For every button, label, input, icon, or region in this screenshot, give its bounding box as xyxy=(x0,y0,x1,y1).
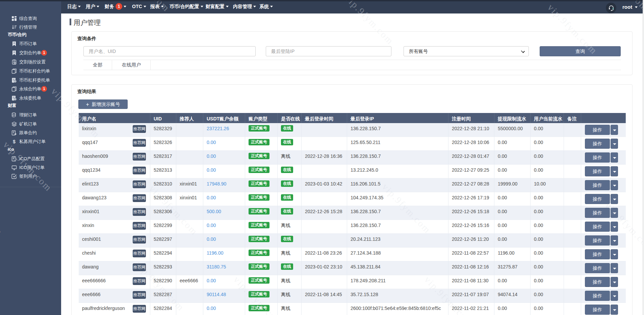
svg-text:$: $ xyxy=(13,139,16,144)
